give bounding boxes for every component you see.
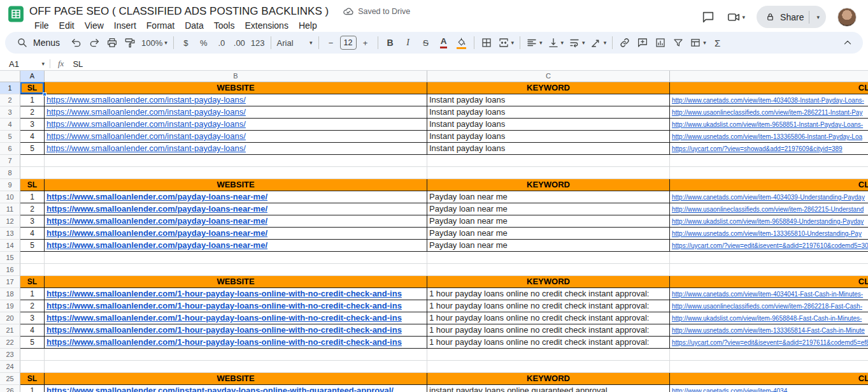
meet-dropdown-icon[interactable]: ▾	[743, 14, 746, 20]
cell-D26[interactable]: http://www.canetads.com/view/item-4034	[670, 385, 868, 392]
cell-C8[interactable]	[427, 167, 670, 179]
cell-B21[interactable]: https://www.smalloanlender.com/1-hour-pa…	[45, 324, 427, 337]
cell-A23[interactable]	[20, 349, 45, 361]
row-header-12[interactable]: 12	[0, 215, 20, 228]
cell-B6[interactable]: https://www.smalloanlender.com/instant-p…	[45, 143, 427, 155]
cell-A24[interactable]	[20, 361, 45, 373]
cell-A17[interactable]: SL	[20, 276, 45, 288]
insert-chart-button[interactable]	[652, 34, 669, 51]
document-title[interactable]: OFF PAGE SEO ( CLASSIFIED ADS POSTING BA…	[29, 5, 329, 18]
row-header-7[interactable]: 7	[0, 155, 20, 167]
cell-B17[interactable]: WEBSITE	[45, 276, 427, 288]
cell-A14[interactable]: 5	[20, 240, 45, 252]
cell-B2[interactable]: https://www.smalloanlender.com/instant-p…	[45, 94, 427, 106]
cell-D23[interactable]	[670, 349, 868, 361]
cell-A11[interactable]: 2	[20, 203, 45, 215]
create-filter-button[interactable]	[670, 34, 687, 51]
column-header-a[interactable]: A	[20, 71, 45, 82]
row-header-24[interactable]: 24	[0, 361, 20, 373]
paint-format-button[interactable]	[122, 34, 138, 51]
row-header-9[interactable]: 9	[0, 179, 20, 191]
zoom-dropdown[interactable]: 100% ▾	[139, 34, 169, 51]
cell-B8[interactable]	[45, 167, 427, 179]
cell-C16[interactable]	[427, 264, 670, 276]
row-header-16[interactable]: 16	[0, 264, 20, 276]
cell-B4[interactable]: https://www.smalloanlender.com/instant-p…	[45, 119, 427, 131]
cell-C6[interactable]: Instant payday loans	[427, 143, 670, 155]
strikethrough-button[interactable]: S	[418, 34, 434, 51]
cell-D15[interactable]	[670, 252, 868, 264]
cell-D14[interactable]: https://uycart.com/?view=edit&isevent=&a…	[670, 240, 868, 252]
cell-C7[interactable]	[427, 155, 670, 167]
cell-C21[interactable]: 1 hour payday loans online no credit che…	[427, 324, 670, 337]
menu-edit[interactable]: Edit	[54, 19, 80, 32]
row-header-22[interactable]: 22	[0, 337, 20, 349]
row-header-11[interactable]: 11	[0, 203, 20, 215]
cell-C19[interactable]: 1 hour payday loans online no credit che…	[427, 300, 670, 312]
row-header-17[interactable]: 17	[0, 276, 20, 288]
cell-A13[interactable]: 4	[20, 228, 45, 240]
cell-D22[interactable]: https://uycart.com/?view=edit&isevent=&a…	[670, 337, 868, 349]
insert-comment-button[interactable]	[634, 34, 651, 51]
cell-D11[interactable]: http://www.usaonlineclassifieds.com/view…	[670, 203, 868, 215]
cell-B7[interactable]	[45, 155, 427, 167]
menu-extensions[interactable]: Extensions	[239, 19, 293, 32]
avatar[interactable]	[837, 8, 857, 27]
borders-button[interactable]	[478, 34, 495, 51]
cell-B10[interactable]: https://www.smalloanlender.com/payday-lo…	[45, 191, 427, 203]
hide-toolbar-button[interactable]	[839, 34, 856, 51]
cell-D16[interactable]	[670, 264, 868, 276]
format-percent-button[interactable]: %	[196, 34, 212, 51]
cell-C5[interactable]: Instant payday loans	[427, 131, 670, 143]
cell-A15[interactable]	[20, 252, 45, 264]
cell-C11[interactable]: Payday loan near me	[427, 203, 670, 215]
text-wrap-button[interactable]: ▾	[567, 34, 587, 51]
cell-A16[interactable]	[20, 264, 45, 276]
menu-file[interactable]: File	[29, 19, 54, 32]
menu-data[interactable]: Data	[180, 19, 209, 32]
row-header-10[interactable]: 10	[0, 191, 20, 203]
cell-D13[interactable]: http://www.usnetads.com/view/item-133365…	[670, 228, 868, 240]
redo-button[interactable]	[86, 34, 103, 51]
menu-format[interactable]: Format	[141, 19, 180, 32]
cell-D6[interactable]: https://uycart.com/?view=showad&add=2197…	[670, 143, 868, 155]
cell-D1[interactable]: CLAS	[670, 82, 868, 94]
select-all-corner[interactable]	[0, 71, 20, 82]
cell-D17[interactable]: CLAS	[670, 276, 868, 288]
row-header-15[interactable]: 15	[0, 252, 20, 264]
cell-D21[interactable]: http://www.usnetads.com/view/item-133365…	[670, 324, 868, 337]
italic-button[interactable]: I	[400, 34, 416, 51]
cell-C22[interactable]: 1 hour payday loans online no credit che…	[427, 337, 670, 349]
horizontal-align-button[interactable]: ▾	[524, 34, 544, 51]
menu-help[interactable]: Help	[294, 19, 322, 32]
text-color-button[interactable]: A	[436, 34, 452, 51]
cell-A5[interactable]: 4	[20, 131, 45, 143]
row-header-25[interactable]: 25	[0, 373, 20, 385]
cell-B26[interactable]: https://www.smalloanlender.com/instant-p…	[45, 385, 427, 392]
cell-C24[interactable]	[427, 361, 670, 373]
menu-view[interactable]: View	[80, 19, 109, 32]
cell-A7[interactable]	[20, 155, 45, 167]
row-header-2[interactable]: 2	[0, 94, 20, 106]
cell-B19[interactable]: https://www.smalloanlender.com/1-hour-pa…	[45, 300, 427, 312]
cell-B25[interactable]: WEBSITE	[45, 373, 427, 385]
sheets-logo-icon[interactable]	[8, 6, 24, 25]
cell-D7[interactable]	[670, 155, 868, 167]
cell-A8[interactable]	[20, 167, 45, 179]
row-header-13[interactable]: 13	[0, 228, 20, 240]
cell-A22[interactable]: 5	[20, 337, 45, 349]
cell-B9[interactable]: WEBSITE	[45, 179, 427, 191]
cell-D3[interactable]: http://www.usaonlineclassifieds.com/view…	[670, 106, 868, 119]
row-header-20[interactable]: 20	[0, 312, 20, 324]
cell-B24[interactable]	[45, 361, 427, 373]
row-header-3[interactable]: 3	[0, 106, 20, 119]
cell-C1[interactable]: KEYWORD	[427, 82, 670, 94]
menus-search-button[interactable]: Menus	[11, 34, 68, 52]
menu-tools[interactable]: Tools	[209, 19, 240, 32]
row-header-21[interactable]: 21	[0, 324, 20, 337]
cell-D4[interactable]: http://www.ukadslist.com/view/item-96588…	[670, 119, 868, 131]
merge-cells-button[interactable]: ▾	[496, 34, 516, 51]
cell-B14[interactable]: https://www.smalloanlender.com/payday-lo…	[45, 240, 427, 252]
bold-button[interactable]: B	[382, 34, 399, 51]
decrease-font-size-button[interactable]: −	[323, 34, 339, 51]
